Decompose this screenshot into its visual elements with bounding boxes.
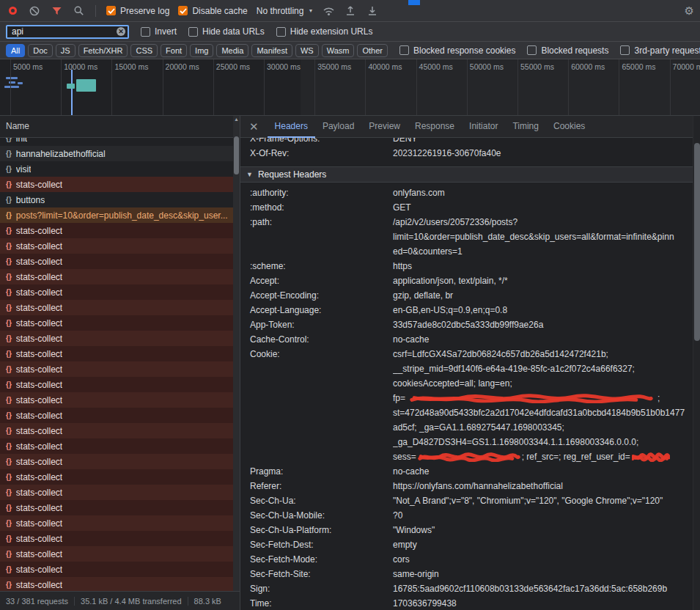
clear-filter-icon[interactable]: ✕ xyxy=(117,27,125,36)
third-party-requests-checkbox[interactable]: 3rd-party requests xyxy=(620,45,700,56)
header-name: :scheme: xyxy=(250,259,393,273)
request-row[interactable]: {}stats-collect xyxy=(0,377,233,392)
tab-response[interactable]: Response xyxy=(408,116,462,138)
request-row[interactable]: {}stats-collect xyxy=(0,284,233,300)
chip-doc[interactable]: Doc xyxy=(28,44,53,57)
request-row[interactable]: {}hannahelizabethofficial xyxy=(0,146,233,161)
header-name: App-Token: xyxy=(250,317,393,332)
request-row[interactable]: {}stats-collect xyxy=(0,546,233,562)
network-conditions-button[interactable] xyxy=(322,4,335,18)
chip-ws[interactable]: WS xyxy=(295,44,319,57)
throttling-select[interactable]: No throttling ▼ xyxy=(257,6,314,16)
request-name: stats-collect xyxy=(16,549,62,559)
header-value: 33d57ade8c02dbc5a333db99ff9ae26a xyxy=(393,317,693,332)
request-row[interactable]: {}stats-collect xyxy=(0,223,233,238)
timeline-overview[interactable]: 5000 ms10000 ms15000 ms20000 ms25000 ms3… xyxy=(0,59,700,116)
timeline-gridline xyxy=(467,59,468,115)
hide-extension-urls-checkbox[interactable]: Hide extension URLs xyxy=(276,26,373,37)
request-row[interactable]: {}stats-collect xyxy=(0,454,233,469)
chip-css[interactable]: CSS xyxy=(130,44,158,57)
hide-data-urls-checkbox[interactable]: Hide data URLs xyxy=(188,26,265,37)
tab-preview[interactable]: Preview xyxy=(361,116,408,138)
tab-payload[interactable]: Payload xyxy=(315,116,361,138)
chip-manifest[interactable]: Manifest xyxy=(251,44,292,57)
tab-timing[interactable]: Timing xyxy=(505,116,546,138)
header-value: no-cache xyxy=(393,464,693,479)
tab-headers[interactable]: Headers xyxy=(268,116,315,138)
request-row[interactable]: {}buttons xyxy=(0,192,233,207)
request-name: stats-collect xyxy=(16,287,62,298)
export-har-button[interactable] xyxy=(344,4,357,18)
chip-img[interactable]: Img xyxy=(190,44,213,57)
timeline-gridline xyxy=(264,59,265,115)
request-headers-section[interactable]: ▼Request Headers xyxy=(240,166,693,183)
request-row[interactable]: {}stats-collect xyxy=(0,500,233,515)
blocked-requests-checkbox[interactable]: Blocked requests xyxy=(527,45,608,56)
invert-checkbox[interactable]: Invert xyxy=(141,26,177,37)
request-row[interactable]: {}stats-collect xyxy=(0,238,233,254)
close-details-icon[interactable]: ✕ xyxy=(240,120,268,133)
import-har-button[interactable] xyxy=(366,4,379,18)
request-row[interactable]: {}stats-collect xyxy=(0,469,233,485)
request-name: stats-collect xyxy=(16,272,62,282)
request-row[interactable]: {}visit xyxy=(0,161,233,177)
request-row[interactable]: {}stats-collect xyxy=(0,408,233,423)
request-row[interactable]: {}stats-collect xyxy=(0,361,233,377)
scrollbar-thumb[interactable] xyxy=(694,143,700,341)
chip-media[interactable]: Media xyxy=(216,44,248,57)
request-row[interactable]: {}stats-collect xyxy=(0,300,233,315)
chip-other[interactable]: Other xyxy=(357,44,388,57)
request-row[interactable]: {}stats-collect xyxy=(0,331,233,346)
settings-gear-icon[interactable]: ⚙ xyxy=(685,4,694,18)
request-row[interactable]: {}init xyxy=(0,138,233,146)
filter-input[interactable] xyxy=(6,25,129,39)
request-row[interactable]: {}posts?limit=10&order=publish_date_desc… xyxy=(0,207,233,223)
request-name: stats-collect xyxy=(16,472,62,482)
preserve-log-checkbox[interactable]: Preserve log xyxy=(106,6,169,16)
header-name: Sec-Ch-Ua: xyxy=(250,493,393,508)
details-scrollbar[interactable] xyxy=(693,116,700,610)
header-value: "Not_A Brand";v="8", "Chromium";v="120",… xyxy=(393,493,693,508)
tab-cookies[interactable]: Cookies xyxy=(546,116,592,138)
chip-wasm[interactable]: Wasm xyxy=(322,44,355,57)
request-row[interactable]: {}stats-collect xyxy=(0,577,233,591)
request-row[interactable]: {}stats-collect xyxy=(0,438,233,454)
scrollbar-thumb[interactable] xyxy=(234,136,239,174)
header-name: Sec-Fetch-Mode: xyxy=(250,552,393,567)
request-row[interactable]: {}stats-collect xyxy=(0,562,233,577)
request-row[interactable]: {}stats-collect xyxy=(0,485,233,500)
tab-initiator[interactable]: Initiator xyxy=(462,116,505,138)
checkbox-box xyxy=(620,45,630,55)
request-row[interactable]: {}stats-collect xyxy=(0,531,233,546)
name-column-header[interactable]: Name xyxy=(0,116,233,138)
timeline-tick-label: 70000 ms xyxy=(673,62,700,71)
chip-font[interactable]: Font xyxy=(161,44,187,57)
clear-button[interactable] xyxy=(28,4,41,18)
section-title: Request Headers xyxy=(258,169,326,180)
request-row[interactable]: {}stats-collect xyxy=(0,392,233,408)
request-row[interactable]: {}stats-collect xyxy=(0,515,233,531)
request-row[interactable]: {}stats-collect xyxy=(0,177,233,192)
request-row[interactable]: {}stats-collect xyxy=(0,269,233,284)
request-row[interactable]: {}stats-collect xyxy=(0,423,233,438)
search-icon xyxy=(73,5,84,16)
chip-all[interactable]: All xyxy=(6,44,25,57)
request-row[interactable]: {}stats-collect xyxy=(0,346,233,361)
request-list-scrollbar[interactable]: ▲ xyxy=(233,116,240,591)
record-button[interactable] xyxy=(6,4,19,18)
chip-fetch-xhr[interactable]: Fetch/XHR xyxy=(78,44,128,57)
request-row[interactable]: {}stats-collect xyxy=(0,254,233,269)
search-button[interactable] xyxy=(72,4,85,18)
timeline-gridline xyxy=(365,59,366,115)
timeline-gridline xyxy=(163,59,163,115)
request-list-pane: Name {}init{}hannahelizabethofficial{}vi… xyxy=(0,116,240,610)
scroll-up-arrow-icon[interactable]: ▲ xyxy=(233,117,240,122)
blocked-response-cookies-checkbox[interactable]: Blocked response cookies xyxy=(399,45,515,56)
timeline-gridline xyxy=(619,59,619,115)
disable-cache-checkbox[interactable]: Disable cache xyxy=(178,6,247,16)
request-row[interactable]: {}stats-collect xyxy=(0,315,233,331)
check-icon xyxy=(180,8,187,14)
filter-toggle-button[interactable] xyxy=(50,4,63,18)
timeline-gridline xyxy=(111,59,112,115)
chip-js[interactable]: JS xyxy=(56,44,75,57)
